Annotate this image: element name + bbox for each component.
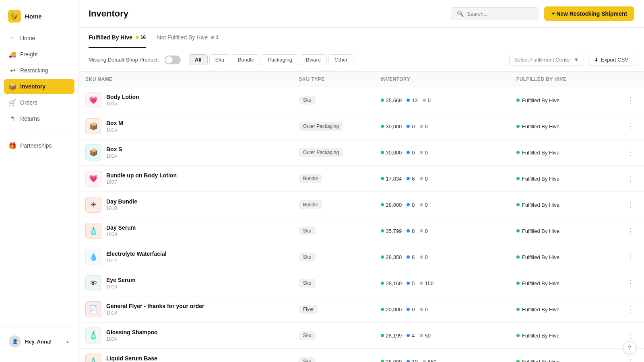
more-options-button[interactable]: ⋮ xyxy=(624,199,638,211)
table-row: 📄 General Flyer - thanks for your order … xyxy=(79,296,644,323)
blue-dot-icon xyxy=(407,229,410,232)
green-dot-icon xyxy=(381,229,384,232)
filter-other[interactable]: Other xyxy=(328,54,354,65)
missing-toggle[interactable] xyxy=(165,56,181,64)
fulfillment-center-select[interactable]: Select Fulfillment Center ▼ xyxy=(509,54,584,66)
orders-icon: 🛒 xyxy=(9,99,16,106)
inv-blue-value: 8 xyxy=(412,228,415,234)
inv-blue-value: 6 xyxy=(412,176,415,182)
filter-all[interactable]: All xyxy=(189,54,208,65)
sku-info: Day Serum 1009 xyxy=(106,224,136,237)
sku-type-badge: Outer Packaging xyxy=(299,122,343,131)
gray-dot-icon xyxy=(420,151,423,154)
col-actions xyxy=(617,72,644,87)
tabs-row: Fulfilled By Hive 16 Not Fulfilled By Hi… xyxy=(79,28,644,48)
actions-cell: ⋮ xyxy=(617,140,644,166)
search-box[interactable]: 🔍 xyxy=(451,7,539,20)
sku-type-cell: Bundle xyxy=(293,166,374,192)
more-options-button[interactable]: ⋮ xyxy=(624,356,638,362)
fulfilled-dot-icon xyxy=(516,360,520,362)
inv-blue: 0 xyxy=(407,123,415,130)
actions-cell: ⋮ xyxy=(617,270,644,296)
blue-dot-icon xyxy=(407,360,410,362)
fulfilled-dot-icon xyxy=(516,177,520,180)
filter-packaging[interactable]: Packaging xyxy=(262,54,298,65)
inv-green: 28,160 xyxy=(381,280,402,286)
new-shipment-button[interactable]: + New Restocking Shipment xyxy=(544,6,634,21)
more-options-button[interactable]: ⋮ xyxy=(624,329,638,341)
inv-green-value: 35,799 xyxy=(386,228,402,234)
help-button[interactable]: ? xyxy=(623,341,636,354)
inv-green: 35,799 xyxy=(381,228,402,234)
actions-cell: ⋮ xyxy=(617,296,644,323)
search-input[interactable] xyxy=(467,11,533,17)
more-options-button[interactable]: ⋮ xyxy=(624,173,638,185)
gray-dot-icon xyxy=(420,255,423,259)
inventory-table-container: SKU Name SKU Type Inventory Fulfilled by… xyxy=(79,72,644,362)
blue-dot-icon xyxy=(407,282,410,285)
returns-icon: ↰ xyxy=(9,115,16,122)
sku-thumbnail: 💗 xyxy=(85,92,101,108)
user-info[interactable]: 👤 Hey, Anna! ▲ xyxy=(4,332,74,351)
inv-gray: 0 xyxy=(420,176,428,182)
gray-dot-icon xyxy=(423,360,426,362)
sidebar-item-restocking[interactable]: ↩ Restocking xyxy=(4,63,74,78)
fulfilled-cell: Fulfilled By Hive xyxy=(510,244,617,270)
sidebar-item-label: Inventory xyxy=(20,83,45,90)
inv-blue: 8 xyxy=(407,202,415,208)
tab-badge: 16 xyxy=(136,35,146,40)
inventory-cell: 35,669 13 0 xyxy=(374,87,510,113)
filter-sku[interactable]: Sku xyxy=(209,54,230,65)
tab-fulfilled-by-hive[interactable]: Fulfilled By Hive 16 xyxy=(89,28,146,48)
inventory-cell: 30,000 0 0 xyxy=(374,113,510,140)
gray-dot-icon xyxy=(423,99,426,102)
more-options-button[interactable]: ⋮ xyxy=(624,146,638,158)
avatar: 👤 xyxy=(9,335,21,348)
sku-info: Electrolyte Waterfacial 1012 xyxy=(106,251,167,263)
sidebar-item-orders[interactable]: 🛒 Orders xyxy=(4,95,74,110)
inv-gray-value: 0 xyxy=(425,150,428,156)
filter-right: Select Fulfillment Center ▼ ⬇ Export CSV xyxy=(509,54,634,66)
fulfilled-cell: Fulfilled By Hive xyxy=(510,349,617,362)
inv-gray: 0 xyxy=(420,228,428,234)
partnerships-icon: 🎁 xyxy=(9,142,16,149)
sku-id: 1009 xyxy=(106,232,136,237)
sku-thumbnail: 🧴 xyxy=(85,327,101,343)
sku-type-cell: Sku xyxy=(293,270,374,296)
green-dot-icon xyxy=(381,360,384,362)
more-options-button[interactable]: ⋮ xyxy=(624,225,638,237)
export-csv-button[interactable]: ⬇ Export CSV xyxy=(588,54,634,66)
sidebar-item-home[interactable]: ⌂ Home xyxy=(4,31,74,46)
fulfilled-cell: Fulfilled By Hive xyxy=(510,218,617,244)
inv-blue-value: 5 xyxy=(412,280,415,286)
more-options-button[interactable]: ⋮ xyxy=(624,94,638,106)
more-options-button[interactable]: ⋮ xyxy=(624,277,638,289)
chevron-up-icon: ▲ xyxy=(66,339,70,344)
sidebar-item-returns[interactable]: ↰ Returns xyxy=(4,111,74,126)
header-actions: 🔍 + New Restocking Shipment xyxy=(451,6,634,21)
sku-id: 1005 xyxy=(106,101,139,107)
more-options-button[interactable]: ⋮ xyxy=(624,251,638,263)
fulfilled-label: Fulfilled By Hive xyxy=(522,333,559,339)
more-options-button[interactable]: ⋮ xyxy=(624,303,638,315)
sku-name-cell: ☀ Day Bundle 1010 xyxy=(79,192,293,218)
inv-gray-value: 0 xyxy=(425,228,428,234)
tab-not-fulfilled[interactable]: Not Fulfilled By Hive 1 xyxy=(157,28,219,48)
filter-bware[interactable]: Bware xyxy=(300,54,327,65)
blue-dot-icon xyxy=(407,177,410,180)
sku-name: Glossing Shampoo xyxy=(106,329,158,335)
sku-type-badge: Bundle xyxy=(299,174,322,183)
sku-id: 1004 xyxy=(106,336,158,342)
sidebar-item-partnerships[interactable]: 🎁 Partnerships xyxy=(4,138,74,153)
fulfilled-label: Fulfilled By Hive xyxy=(522,280,559,286)
inv-green: 28,199 xyxy=(381,333,402,339)
sidebar-item-freight[interactable]: 🚚 Freight xyxy=(4,47,74,62)
inv-green-value: 28,000 xyxy=(386,359,402,362)
sku-type-badge: Sku xyxy=(299,331,316,340)
sidebar-item-label: Orders xyxy=(20,99,37,106)
sidebar-item-inventory[interactable]: 📦 Inventory xyxy=(4,79,74,94)
more-options-button[interactable]: ⋮ xyxy=(624,120,638,132)
filter-bundle[interactable]: Bundle xyxy=(232,54,260,65)
actions-cell: ⋮ xyxy=(617,113,644,140)
sku-info: Box M 1015 xyxy=(106,120,123,133)
